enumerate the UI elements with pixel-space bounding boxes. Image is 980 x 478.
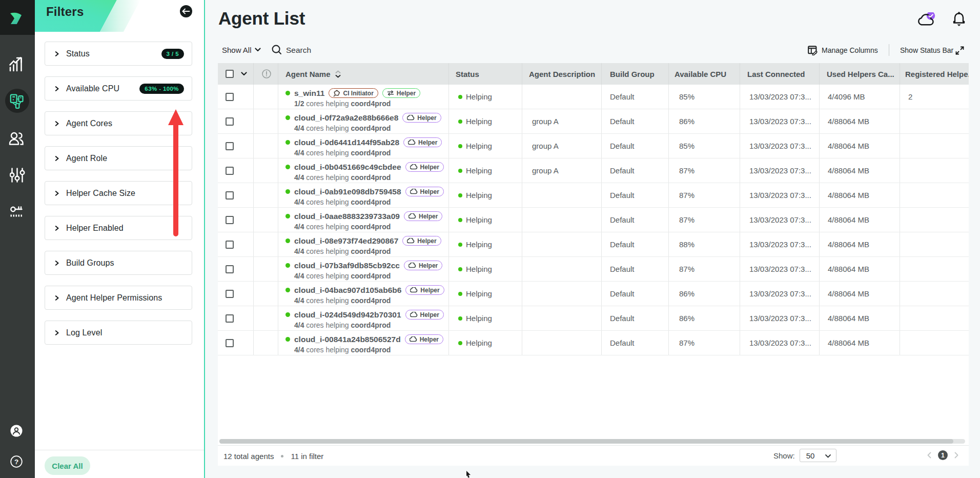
svg-text:?: ? (14, 458, 18, 466)
